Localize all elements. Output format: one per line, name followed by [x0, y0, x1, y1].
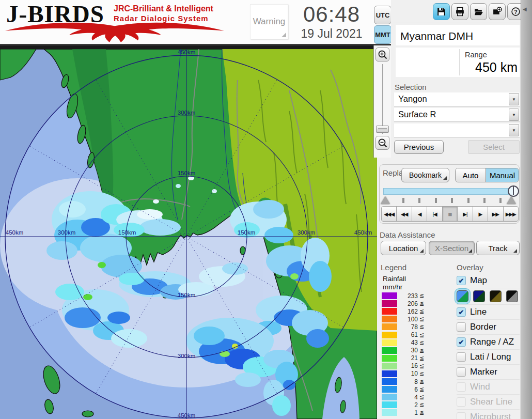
- map-zoom-control: [373, 45, 391, 158]
- open-file-button[interactable]: [470, 3, 487, 20]
- map-style-swatch-4[interactable]: [506, 290, 518, 302]
- range-ring-label: 150km: [118, 229, 136, 236]
- bookmark-menu-corner-icon: [443, 176, 447, 180]
- timezone-mmt-button[interactable]: MMT: [374, 25, 392, 44]
- location-menu-corner-icon: [420, 249, 424, 253]
- chevron-down-icon[interactable]: ▼: [509, 124, 519, 136]
- checkbox-line[interactable]: ✔: [457, 307, 466, 317]
- site-dropdown[interactable]: Yangon ▼: [394, 92, 520, 106]
- jbirds-application: 150km300km450km150km300km450km450km300km…: [0, 0, 532, 419]
- zoom-slider-thumb[interactable]: [376, 126, 389, 133]
- overlay-item-marker: Marker: [457, 365, 520, 380]
- legend-threshold-value: 233: [397, 292, 418, 300]
- replay-slider-track[interactable]: [383, 188, 513, 195]
- range-ring-label: 300km: [298, 229, 316, 236]
- chevron-down-icon[interactable]: ▼: [509, 93, 519, 105]
- legend-operator: ≦: [419, 323, 424, 330]
- legend-threshold-value: 61: [397, 331, 418, 338]
- range-ring-label: 450km: [6, 229, 24, 236]
- track-button[interactable]: Track: [476, 241, 520, 255]
- overlay-options: ✔Map✔LineBorder✔Range / AZLati / LongMar…: [457, 273, 520, 419]
- legend-color-swatch: [382, 363, 397, 369]
- track-menu-corner-icon: [513, 249, 517, 253]
- add-image-button[interactable]: [489, 3, 506, 20]
- clock-time: 06:48: [291, 2, 372, 27]
- legend-color-swatch: [382, 386, 397, 393]
- map-style-swatch-2[interactable]: [473, 290, 485, 302]
- range-ring-label: 300km: [58, 229, 76, 236]
- panel-splitter[interactable]: [521, 0, 532, 419]
- legend-color-swatch: [382, 332, 397, 338]
- auto-button[interactable]: Auto: [456, 168, 486, 182]
- map-style-swatch-1[interactable]: [457, 290, 468, 302]
- range-ring-label: 300km: [178, 353, 196, 359]
- legend-color-swatch: [382, 355, 397, 362]
- checkbox-map[interactable]: ✔: [457, 276, 466, 285]
- slider-start-marker-icon[interactable]: [381, 196, 390, 204]
- legend-entry: 2≦: [382, 401, 431, 409]
- legend-operator: ≦: [419, 401, 424, 408]
- legend-entry: 233≦: [382, 292, 431, 300]
- save-button[interactable]: [433, 3, 450, 20]
- manual-button[interactable]: Manual: [486, 168, 519, 182]
- checkbox-lati-long[interactable]: [457, 352, 466, 362]
- legend-entry: 1≦: [382, 409, 431, 416]
- playback-rewind-fast-button[interactable]: ◀◀◀: [381, 206, 397, 222]
- overlay-item-lati-long: Lati / Long: [457, 350, 520, 365]
- print-button[interactable]: [451, 3, 468, 20]
- product-dropdown[interactable]: Surface R ▼: [394, 108, 520, 121]
- range-ring-label: 450km: [178, 412, 196, 418]
- chevron-down-icon[interactable]: ▼: [509, 108, 519, 121]
- warning-button[interactable]: Warning: [250, 4, 288, 39]
- legend-operator: ≦: [419, 363, 424, 369]
- legend-threshold-value: 4: [397, 394, 418, 401]
- checkbox-marker[interactable]: [457, 367, 466, 377]
- legend-entry: 61≦: [382, 331, 431, 338]
- overlay-item-label: Microburst: [470, 412, 511, 419]
- playback-forward-button[interactable]: ▶▶: [488, 206, 503, 222]
- overlay-item-label: Marker: [470, 367, 497, 377]
- replay-slider-handle[interactable]: [508, 185, 519, 197]
- map-top-frame: [0, 45, 391, 49]
- playback-play-reverse-button[interactable]: ◀: [412, 206, 427, 222]
- legend-operator: ≦: [419, 332, 424, 338]
- playback-step-back-button[interactable]: |◀: [427, 206, 442, 222]
- map-style-swatches: [457, 288, 520, 305]
- playback-play-button[interactable]: ▶: [473, 206, 488, 222]
- slider-tick: [451, 198, 453, 203]
- x-section-button[interactable]: X-Section: [429, 241, 475, 255]
- playback-stop-button[interactable]: ■: [442, 206, 458, 222]
- map-style-swatch-3[interactable]: [490, 290, 502, 302]
- checkbox-range-az[interactable]: ✔: [457, 337, 466, 347]
- legend-threshold-value: 1: [397, 409, 418, 416]
- option-dropdown[interactable]: ▼: [394, 123, 520, 137]
- selection-label: Selection: [395, 83, 427, 91]
- header-bar: J-BIRDS JRC-Brilliant & Intelligent Rada…: [0, 0, 391, 45]
- checkbox-border[interactable]: [457, 322, 466, 332]
- playback-rewind-button[interactable]: ◀◀: [396, 206, 412, 222]
- location-button[interactable]: Location: [381, 241, 426, 255]
- legend-entry: 8≦: [382, 378, 431, 385]
- toolbar: ?: [433, 3, 524, 20]
- select-button[interactable]: Select: [468, 140, 520, 154]
- radar-map[interactable]: 150km300km450km150km300km450km450km300km…: [0, 49, 377, 419]
- playback-forward-fast-button[interactable]: ▶▶▶: [503, 206, 519, 222]
- playback-step-forward-button[interactable]: ▶|: [457, 206, 473, 222]
- legend-threshold-value: 206: [397, 300, 418, 307]
- slider-tick: [483, 198, 486, 203]
- timezone-utc-button[interactable]: UTC: [374, 6, 392, 24]
- zoom-in-button[interactable]: [375, 48, 389, 61]
- previous-button[interactable]: Previous: [394, 140, 444, 154]
- legend-operator: ≦: [419, 409, 424, 416]
- legend-threshold-value: 100: [397, 316, 418, 323]
- zoom-slider-rail[interactable]: [382, 64, 383, 134]
- collapse-panel-arrow-icon[interactable]: ◀: [523, 6, 527, 12]
- eagle-logo-icon: [2, 18, 229, 43]
- slider-end-marker-icon[interactable]: [507, 196, 516, 204]
- legend-entry: 21≦: [382, 354, 431, 362]
- overlay-title: Overlay: [457, 263, 483, 272]
- zoom-out-button[interactable]: [375, 136, 389, 150]
- bookmark-button[interactable]: Bookmark: [401, 168, 449, 182]
- legend-color-swatch: [382, 308, 397, 315]
- legend-color-swatch: [382, 401, 397, 408]
